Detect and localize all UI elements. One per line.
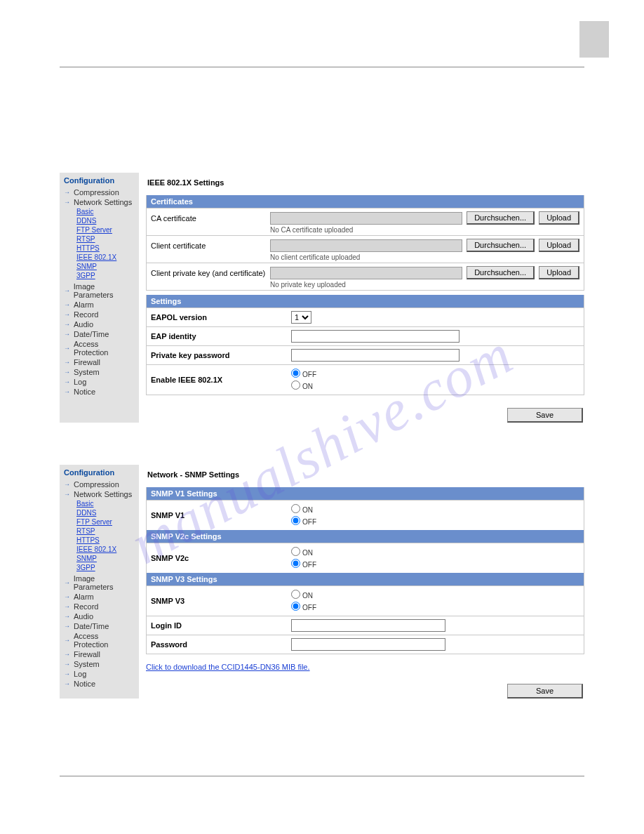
sidebar-item-notice[interactable]: →Notice <box>64 679 135 689</box>
snmp-v3-row: SNMP V3 ON OFF <box>147 585 584 616</box>
save-button[interactable]: Save <box>507 408 583 423</box>
eapol-label: EAPOL version <box>151 313 291 322</box>
arrow-icon: → <box>64 345 71 352</box>
pk-password-input[interactable] <box>291 349 459 362</box>
sidebar-item-alarm[interactable]: →Alarm <box>64 300 135 310</box>
arrow-icon: → <box>64 670 71 677</box>
radio-on-label[interactable]: ON <box>291 503 579 515</box>
subnav-ieee8021x[interactable]: IEEE 802.1X <box>76 545 135 554</box>
radio-on[interactable] <box>291 590 300 599</box>
sidebar-item-label: Image Parameters <box>74 282 135 299</box>
eapol-row: EAPOL version 1 <box>147 307 584 326</box>
radio-on-label[interactable]: ON <box>291 546 579 558</box>
sidebar-item-network[interactable]: →Network Settings <box>64 489 135 499</box>
save-button[interactable]: Save <box>507 684 583 699</box>
arrow-icon: → <box>64 199 71 206</box>
network-subnav: Basic DDNS FTP Server RTSP HTTPS IEEE 80… <box>64 499 135 572</box>
radio-on-label[interactable]: ON <box>291 380 579 392</box>
subnav-basic[interactable]: Basic <box>76 207 135 216</box>
settings-panel: Settings EAPOL version 1 EAP identity Pr… <box>146 295 584 395</box>
upload-button[interactable]: Upload <box>539 266 579 279</box>
snmp-v2c-label: SNMP V2c <box>151 554 291 562</box>
radio-on[interactable] <box>291 380 300 390</box>
eapol-select[interactable]: 1 <box>291 311 311 324</box>
sidebar-item-label: Network Settings <box>74 198 132 206</box>
sidebar-item-access[interactable]: →Access Protection <box>64 631 135 649</box>
sidebar-item-record[interactable]: →Record <box>64 310 135 319</box>
certificates-panel: Certificates CA certificate Durchsuchen.… <box>146 195 584 291</box>
sidebar: Configuration →Compression →Network Sett… <box>60 465 139 699</box>
sidebar-item-audio[interactable]: →Audio <box>64 319 135 329</box>
radio-off[interactable] <box>291 369 300 378</box>
subnav-rtsp[interactable]: RTSP <box>76 234 135 244</box>
subnav-3gpp[interactable]: 3GPP <box>76 271 135 280</box>
arrow-icon: → <box>64 491 71 498</box>
sidebar-item-record[interactable]: →Record <box>64 602 135 611</box>
arrow-icon: → <box>64 321 71 328</box>
sidebar-item-compression[interactable]: →Compression <box>64 479 135 489</box>
arrow-icon: → <box>64 388 71 395</box>
subnav-rtsp[interactable]: RTSP <box>76 527 135 536</box>
radio-off[interactable] <box>291 516 300 525</box>
arrow-icon: → <box>64 301 71 308</box>
sidebar-item-datetime[interactable]: →Date/Time <box>64 329 135 339</box>
arrow-icon: → <box>64 651 71 658</box>
radio-off-label[interactable]: OFF <box>291 515 579 527</box>
subnav-snmp[interactable]: SNMP <box>76 554 135 563</box>
key-file-field[interactable] <box>270 267 462 279</box>
subnav-https[interactable]: HTTPS <box>76 536 135 545</box>
radio-on-label[interactable]: ON <box>291 589 579 601</box>
upload-button[interactable]: Upload <box>539 239 579 252</box>
cert-row-client: Client certificate Durchsuchen... Upload… <box>147 235 584 263</box>
radio-on[interactable] <box>291 504 300 513</box>
login-row: Login ID <box>147 616 584 635</box>
sidebar-item-network[interactable]: →Network Settings <box>64 197 135 207</box>
radio-on[interactable] <box>291 547 300 556</box>
browse-button[interactable]: Durchsuchen... <box>467 239 535 252</box>
subnav-ftp[interactable]: FTP Server <box>76 225 135 234</box>
sidebar-item-access[interactable]: →Access Protection <box>64 339 135 357</box>
radio-off-label[interactable]: OFF <box>291 601 579 613</box>
client-file-field[interactable] <box>270 239 462 252</box>
sidebar-item-system[interactable]: →System <box>64 367 135 377</box>
subnav-ddns[interactable]: DDNS <box>76 508 135 517</box>
subnav-ftp[interactable]: FTP Server <box>76 517 135 527</box>
password-input[interactable] <box>291 638 445 651</box>
arrow-icon: → <box>64 623 71 630</box>
subnav-https[interactable]: HTTPS <box>76 244 135 253</box>
sidebar-item-log[interactable]: →Log <box>64 669 135 679</box>
sidebar-item-image[interactable]: →Image Parameters <box>64 574 135 592</box>
radio-off-label[interactable]: OFF <box>291 558 579 570</box>
arrow-icon: → <box>64 637 71 644</box>
sidebar-item-firewall[interactable]: →Firewall <box>64 649 135 659</box>
browse-button[interactable]: Durchsuchen... <box>467 266 535 279</box>
mib-download-link[interactable]: Click to download the CCID1445-DN36 MIB … <box>146 663 310 671</box>
sidebar-item-alarm[interactable]: →Alarm <box>64 592 135 602</box>
sidebar-item-image[interactable]: →Image Parameters <box>64 282 135 300</box>
sidebar-item-datetime[interactable]: →Date/Time <box>64 621 135 631</box>
upload-button[interactable]: Upload <box>539 211 579 225</box>
browse-button[interactable]: Durchsuchen... <box>467 211 535 225</box>
sidebar-item-system[interactable]: →System <box>64 659 135 669</box>
sidebar-item-audio[interactable]: →Audio <box>64 611 135 621</box>
radio-off[interactable] <box>291 559 300 568</box>
sidebar-item-log[interactable]: →Log <box>64 377 135 387</box>
subnav-3gpp[interactable]: 3GPP <box>76 563 135 572</box>
sidebar-item-notice[interactable]: →Notice <box>64 387 135 397</box>
sidebar-item-firewall[interactable]: →Firewall <box>64 357 135 367</box>
arrow-icon: → <box>64 481 71 488</box>
snmp-v1-header: SNMP V1 Settings <box>147 487 584 500</box>
radio-off[interactable] <box>291 602 300 611</box>
sidebar-item-compression[interactable]: →Compression <box>64 187 135 197</box>
ca-file-field[interactable] <box>270 212 462 225</box>
login-input[interactable] <box>291 619 445 632</box>
eap-identity-input[interactable] <box>291 330 459 343</box>
radio-off-label[interactable]: OFF <box>291 368 579 380</box>
cert-row-key: Client private key (and certificate) Dur… <box>147 263 584 290</box>
subnav-snmp[interactable]: SNMP <box>76 262 135 271</box>
arrow-icon: → <box>64 579 71 586</box>
subnav-basic[interactable]: Basic <box>76 499 135 508</box>
enable-row: Enable IEEE 802.1X OFF ON <box>147 364 584 395</box>
subnav-ddns[interactable]: DDNS <box>76 216 135 225</box>
subnav-ieee8021x[interactable]: IEEE 802.1X <box>76 253 135 262</box>
